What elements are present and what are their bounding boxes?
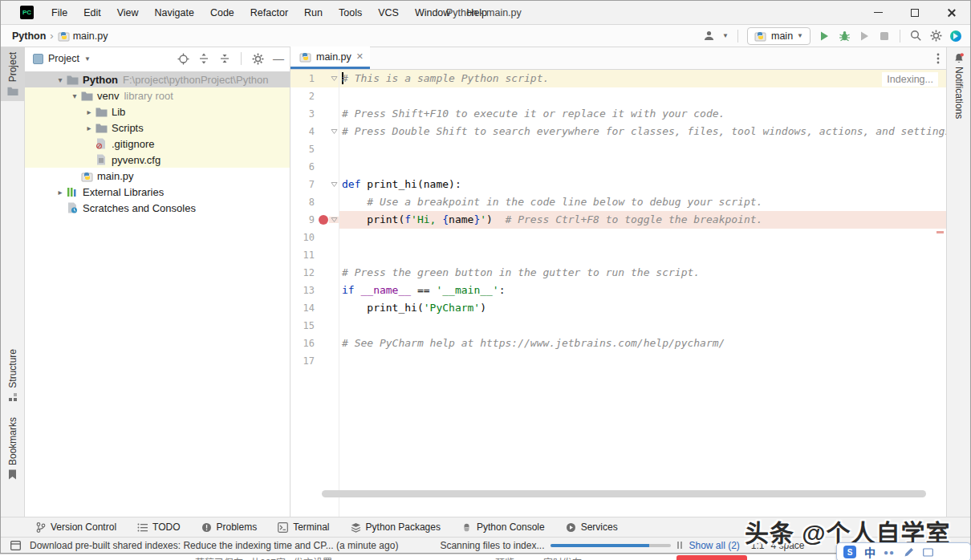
maximize-button[interactable] <box>896 1 933 24</box>
options-gear-icon[interactable] <box>251 52 264 65</box>
menu-edit[interactable]: Edit <box>75 1 109 25</box>
tool-stripe-bookmarks-tab[interactable]: Bookmarks <box>7 412 18 485</box>
code-text[interactable]: # Press Shift+F10 to execute it or repla… <box>339 105 946 123</box>
tool-window-button-python-packages[interactable]: Python Packages <box>351 521 441 533</box>
preview-button[interactable]: 预览 <box>495 555 514 560</box>
tree-item-main-py[interactable]: main.py <box>25 168 290 184</box>
code-line-12[interactable]: 12# Press the green button in the gutter… <box>290 264 946 282</box>
fold-marker-icon[interactable] <box>329 217 339 223</box>
tool-stripe-notifications-tab[interactable]: Notifications <box>953 47 965 124</box>
close-button[interactable] <box>933 1 970 24</box>
menu-code[interactable]: Code <box>202 1 242 25</box>
menu-navigate[interactable]: Navigate <box>147 1 202 25</box>
code-line-8[interactable]: 8 # Use a breakpoint in the code line be… <box>290 193 946 211</box>
select-opened-file-icon[interactable] <box>177 52 189 65</box>
code-area[interactable]: 1# This is a sample Python script.23# Pr… <box>290 70 946 517</box>
publish-settings-label[interactable]: 发文设置 <box>294 555 332 560</box>
code-line-9[interactable]: 9 print(f'Hi, {name}') # Press Ctrl+F8 t… <box>290 211 946 229</box>
ime-keyboard-icon[interactable] <box>922 546 933 558</box>
menu-tools[interactable]: Tools <box>331 1 370 25</box>
tool-window-button-services[interactable]: Services <box>566 521 618 533</box>
horizontal-scrollbar[interactable] <box>322 490 926 497</box>
chevron-right-icon[interactable]: ▸ <box>54 188 67 197</box>
tree-item-scripts[interactable]: ▸Scripts <box>25 120 290 136</box>
code-text[interactable]: def print_hi(name): <box>339 176 946 193</box>
tree-item--gitignore[interactable]: .gitignore <box>25 136 290 152</box>
code-line-15[interactable]: 15 <box>290 317 946 335</box>
code-line-11[interactable]: 11 <box>290 246 946 264</box>
code-line-1[interactable]: 1# This is a sample Python script. <box>290 70 946 87</box>
collapse-all-icon[interactable] <box>218 52 231 65</box>
menu-view[interactable]: View <box>109 1 147 25</box>
pause-icon[interactable] <box>677 542 682 549</box>
code-line-16[interactable]: 16# See PyCharm help at https://www.jetb… <box>290 335 946 352</box>
run-configuration-select[interactable]: main ▼ <box>747 27 811 45</box>
search-everywhere-icon[interactable] <box>909 30 922 43</box>
hide-panel-icon[interactable]: — <box>272 52 285 65</box>
chevron-down-icon[interactable]: ▾ <box>68 91 81 100</box>
menu-refactor[interactable]: Refactor <box>242 1 296 25</box>
code-line-5[interactable]: 5 <box>290 140 946 158</box>
ime-punctuation-icon[interactable]: ●● <box>884 548 895 557</box>
chevron-down-icon[interactable]: ▾ <box>54 75 67 84</box>
code-text[interactable]: # See PyCharm help at https://www.jetbra… <box>339 335 946 352</box>
run-button[interactable] <box>818 30 831 43</box>
minimize-button[interactable] <box>859 1 896 24</box>
status-message[interactable]: Download pre-built shared indexes: Reduc… <box>30 540 398 551</box>
breadcrumb-project[interactable]: Python <box>12 30 46 42</box>
code-line-14[interactable]: 14 print_hi('PyCharm') <box>290 299 946 317</box>
breakpoint-dot[interactable] <box>319 215 328 225</box>
settings-gear-icon[interactable] <box>929 30 942 43</box>
schedule-publish-button[interactable]: 定时发布 <box>543 555 582 560</box>
chevron-down-icon[interactable]: ▼ <box>84 55 91 63</box>
code-line-7[interactable]: 7def print_hi(name): <box>290 176 946 193</box>
ime-pen-icon[interactable] <box>903 546 914 558</box>
error-stripe-mark[interactable] <box>936 231 944 233</box>
editor-tab-main-py[interactable]: main.py ✕ <box>290 47 370 69</box>
code-text[interactable]: # Use a breakpoint in the code line belo… <box>339 193 946 211</box>
tool-window-button-todo[interactable]: TODO <box>137 521 180 533</box>
tool-window-button-problems[interactable]: Problems <box>201 521 258 533</box>
tool-window-button-python-console[interactable]: Python Console <box>461 521 545 533</box>
tool-window-button-version-control[interactable]: Version Control <box>36 521 116 533</box>
tree-item-lib[interactable]: ▸Lib <box>25 103 290 120</box>
debug-button[interactable] <box>838 30 851 43</box>
code-text[interactable]: print_hi('PyCharm') <box>339 299 946 317</box>
code-with-me-icon[interactable] <box>949 30 962 43</box>
code-line-10[interactable]: 10 <box>290 229 946 246</box>
code-line-3[interactable]: 3# Press Shift+F10 to execute it or repl… <box>290 105 946 123</box>
code-line-6[interactable]: 6 <box>290 158 946 176</box>
fold-marker-icon[interactable] <box>329 181 339 188</box>
menu-run[interactable]: Run <box>296 1 331 25</box>
input-method-bar[interactable]: S 中 ●● <box>836 542 971 560</box>
tool-stripe-project-tab[interactable]: Project <box>1 47 25 101</box>
menu-vcs[interactable]: VCS <box>370 1 407 25</box>
tree-item-scratches-and-consoles[interactable]: Scratches and Consoles <box>25 200 290 216</box>
fold-marker-icon[interactable] <box>329 128 339 135</box>
user-icon[interactable] <box>702 30 715 43</box>
publish-button[interactable]: 预览并发布 <box>676 555 747 560</box>
show-all-link[interactable]: Show all (2) <box>689 540 739 551</box>
ime-mode-indicator[interactable]: 中 <box>864 544 876 560</box>
tree-item-python[interactable]: ▾PythonF:\project\pythonProject\Python <box>25 71 290 87</box>
code-text[interactable]: # This is a sample Python script. <box>339 70 946 87</box>
tree-item-external-libraries[interactable]: ▸External Libraries <box>25 184 290 200</box>
fold-marker-icon[interactable] <box>329 75 339 82</box>
code-line-2[interactable]: 2 <box>290 87 946 105</box>
tool-window-button-terminal[interactable]: Terminal <box>278 521 329 533</box>
tree-item-pyvenv-cfg[interactable]: pyvenv.cfg <box>25 152 290 168</box>
breadcrumb-file[interactable]: main.py <box>73 30 108 42</box>
code-line-17[interactable]: 17 <box>290 352 946 370</box>
menu-file[interactable]: File <box>43 1 75 25</box>
code-text[interactable]: print(f'Hi, {name}') # Press Ctrl+F8 to … <box>339 211 946 229</box>
editor-options-kebab-icon[interactable] <box>936 53 940 64</box>
project-panel-title[interactable]: Project <box>48 53 79 64</box>
stop-button[interactable] <box>878 30 891 43</box>
chevron-right-icon[interactable]: ▸ <box>83 108 95 116</box>
code-line-4[interactable]: 4# Press Double Shift to search everywhe… <box>290 123 946 140</box>
scrollbar-thumb[interactable] <box>322 490 926 497</box>
expand-all-icon[interactable] <box>197 52 210 65</box>
code-text[interactable]: # Press the green button in the gutter t… <box>339 264 946 282</box>
breakpoint-icon[interactable] <box>318 215 329 225</box>
tree-item-venv[interactable]: ▾venvlibrary root <box>25 87 290 103</box>
